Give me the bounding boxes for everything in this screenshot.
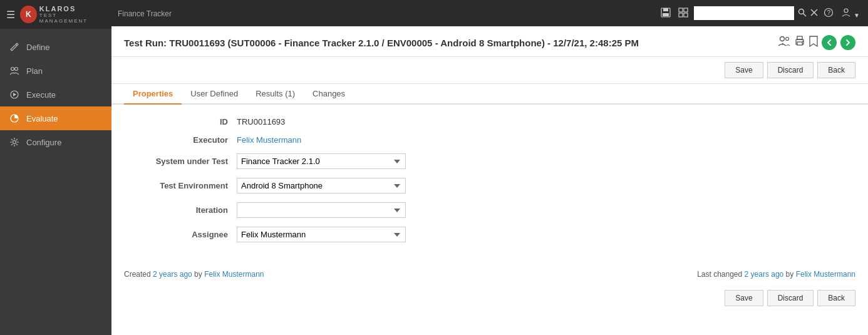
sidebar-item-execute[interactable]: Execute — [0, 83, 111, 106]
last-changed-ago[interactable]: 2 years ago — [745, 270, 784, 279]
sidebar-item-label: Execute — [26, 90, 56, 100]
grid-icon-button[interactable] — [676, 6, 690, 21]
svg-line-13 — [803, 13, 807, 16]
sidebar-item-label: Configure — [26, 138, 61, 147]
execute-icon — [9, 89, 20, 100]
prev-arrow-button[interactable] — [822, 35, 837, 50]
svg-rect-24 — [797, 42, 802, 45]
sut-label: System under Test — [124, 157, 237, 166]
assignee-select[interactable]: Felix Mustermann — [237, 227, 406, 242]
last-changed-by-prefix: by — [786, 270, 794, 279]
svg-point-25 — [802, 41, 803, 42]
svg-point-19 — [780, 37, 785, 41]
hamburger-icon[interactable]: ☰ — [6, 9, 15, 21]
search-button[interactable] — [798, 8, 807, 19]
sidebar-item-evaluate[interactable]: Evaluate — [0, 106, 111, 130]
sidebar-item-configure[interactable]: Configure — [0, 130, 111, 154]
svg-point-12 — [799, 9, 804, 14]
form-row-sut: System under Test Finance Tracker 2.1.0 — [124, 153, 855, 169]
sidebar-item-label: Evaluate — [26, 114, 58, 123]
svg-rect-23 — [797, 36, 802, 39]
iteration-select[interactable] — [237, 202, 406, 218]
configure-icon — [9, 137, 20, 148]
tab-results[interactable]: Results (1) — [247, 84, 304, 105]
env-select[interactable]: Android 8 Smartphone — [237, 178, 406, 193]
header-actions — [778, 35, 855, 50]
sidebar-item-label: Define — [26, 43, 50, 52]
content-area: Test Run: TRU0011693 (SUT00006 - Finance… — [111, 26, 868, 335]
assignee-label: Assignee — [124, 230, 237, 239]
topbar-brand: Finance Tracker — [118, 9, 172, 18]
svg-text:?: ? — [827, 9, 831, 16]
last-changed-info: Last changed 2 years ago by Felix Muster… — [697, 270, 855, 279]
back-button-top[interactable]: Back — [817, 62, 855, 78]
svg-point-21 — [782, 43, 783, 44]
svg-rect-8 — [679, 8, 683, 12]
logo-icon: K — [20, 6, 37, 23]
next-arrow-button[interactable] — [840, 35, 855, 50]
tab-changes[interactable]: Changes — [304, 84, 354, 105]
svg-rect-9 — [684, 8, 688, 12]
svg-point-1 — [15, 68, 18, 71]
define-icon — [9, 41, 20, 53]
form-row-id: ID TRU0011693 — [124, 117, 855, 126]
id-value: TRU0011693 — [237, 117, 285, 126]
last-changed-by[interactable]: Felix Mustermann — [796, 270, 855, 279]
page-title: Test Run: TRU0011693 (SUT00006 - Finance… — [124, 38, 639, 48]
svg-point-20 — [786, 38, 789, 41]
form-row-assignee: Assignee Felix Mustermann — [124, 227, 855, 242]
form-row-executor: Executor Felix Mustermann — [124, 135, 855, 145]
help-button[interactable]: ? — [822, 6, 835, 21]
footer-info: Created 2 years ago by Felix Mustermann … — [111, 264, 868, 285]
sidebar-header: ☰ K KLAROS TEST MANAGEMENT — [0, 0, 111, 29]
top-action-buttons: Save Discard Back — [111, 57, 868, 84]
svg-point-4 — [13, 141, 16, 144]
logo-text: KLAROS — [39, 5, 105, 13]
sidebar-item-plan[interactable]: Plan — [0, 59, 111, 83]
form-area: ID TRU0011693 Executor Felix Mustermann … — [111, 105, 868, 264]
manage-users-icon-button[interactable] — [778, 36, 790, 49]
iteration-label: Iteration — [124, 205, 237, 215]
bottom-action-buttons: Save Discard Back — [111, 285, 868, 311]
topbar-icons: ? ▼ — [659, 6, 862, 21]
env-label: Test Environment — [124, 181, 237, 190]
save-icon-button[interactable] — [659, 6, 673, 21]
svg-rect-11 — [684, 13, 688, 17]
plan-icon — [9, 65, 20, 76]
main-area: Finance Tracker — [111, 0, 868, 335]
topbar: Finance Tracker — [111, 0, 868, 26]
svg-rect-7 — [663, 13, 669, 16]
executor-label: Executor — [124, 135, 237, 145]
save-button-top[interactable]: Save — [725, 62, 763, 78]
executor-value[interactable]: Felix Mustermann — [237, 135, 301, 145]
sidebar: ☰ K KLAROS TEST MANAGEMENT Define — [0, 0, 111, 335]
form-row-env: Test Environment Android 8 Smartphone — [124, 178, 855, 193]
form-row-iteration: Iteration — [124, 202, 855, 218]
topbar-brand-area: Finance Tracker — [118, 9, 654, 18]
bookmark-icon-button[interactable] — [809, 36, 818, 49]
tab-user-defined[interactable]: User Defined — [182, 84, 247, 105]
sidebar-item-define[interactable]: Define — [0, 35, 111, 59]
evaluate-icon — [9, 113, 20, 124]
svg-point-0 — [11, 68, 14, 71]
discard-button-top[interactable]: Discard — [767, 62, 814, 78]
created-by-prefix: by — [194, 270, 202, 279]
created-ago[interactable]: 2 years ago — [153, 270, 192, 279]
created-info: Created 2 years ago by Felix Mustermann — [124, 270, 264, 279]
save-button-bottom[interactable]: Save — [725, 290, 763, 306]
discard-button-bottom[interactable]: Discard — [767, 290, 814, 306]
logo-subtext: TEST MANAGEMENT — [39, 13, 105, 24]
clear-search-button[interactable] — [810, 8, 818, 18]
sut-select[interactable]: Finance Tracker 2.1.0 — [237, 153, 406, 169]
created-prefix: Created — [124, 270, 151, 279]
svg-rect-10 — [679, 13, 683, 17]
created-by[interactable]: Felix Mustermann — [204, 270, 264, 279]
user-menu-button[interactable]: ▼ — [839, 6, 862, 21]
back-button-bottom[interactable]: Back — [817, 290, 855, 306]
last-changed-prefix: Last changed — [697, 270, 742, 279]
print-icon-button[interactable] — [794, 36, 805, 49]
tab-properties[interactable]: Properties — [124, 84, 182, 105]
tabs: Properties User Defined Results (1) Chan… — [111, 84, 868, 105]
page-header: Test Run: TRU0011693 (SUT00006 - Finance… — [111, 26, 868, 57]
search-input[interactable] — [694, 6, 794, 20]
